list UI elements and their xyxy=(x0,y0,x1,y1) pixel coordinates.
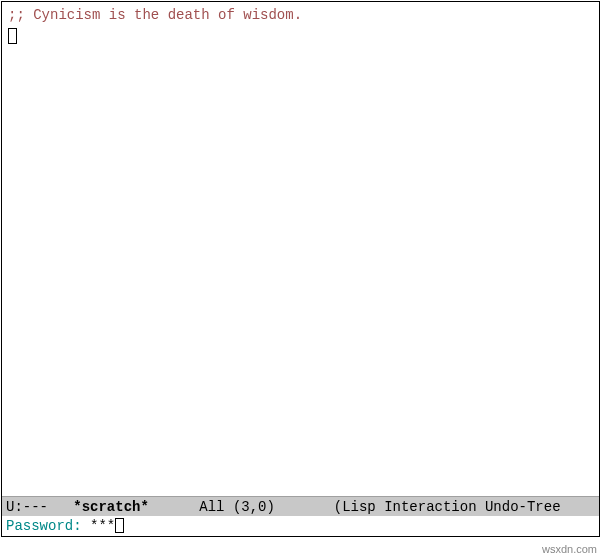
modeline-position: All xyxy=(199,499,224,515)
minibuffer-prompt: Password: xyxy=(6,518,90,534)
minibuffer-cursor xyxy=(115,518,124,533)
mode-line[interactable]: U:--- *scratch* All (3,0) (Lisp Interact… xyxy=(2,496,599,516)
minibuffer[interactable]: Password: *** xyxy=(2,516,599,536)
watermark: wsxdn.com xyxy=(542,542,597,556)
buffer-empty-line xyxy=(8,24,593,45)
buffer-comment-line: ;; Cynicism is the death of wisdom. xyxy=(8,6,593,24)
modeline-status: U:--- xyxy=(6,499,48,515)
modeline-modes: (Lisp Interaction Undo-Tree xyxy=(334,499,561,515)
emacs-frame: ;; Cynicism is the death of wisdom. U:--… xyxy=(1,1,600,537)
scratch-buffer[interactable]: ;; Cynicism is the death of wisdom. xyxy=(2,2,599,496)
point-cursor xyxy=(8,28,17,44)
modeline-coords: (3,0) xyxy=(233,499,275,515)
minibuffer-input-value: *** xyxy=(90,518,115,534)
modeline-buffer-name: *scratch* xyxy=(73,499,149,515)
